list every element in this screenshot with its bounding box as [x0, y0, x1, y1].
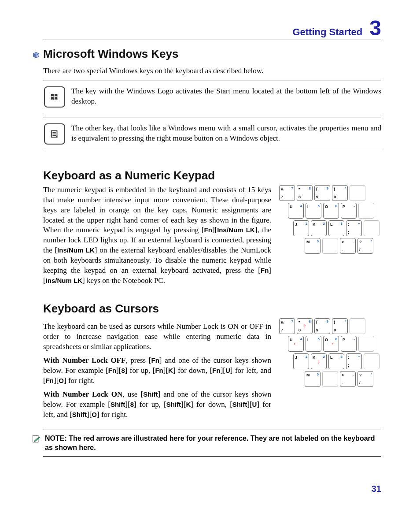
winkey-logo-description: The key with the Windows Logo activates … [71, 86, 381, 107]
key-blank [364, 353, 379, 369]
keypad-row: U4←I5O6→P- [288, 336, 381, 352]
keypad-row: M0>..?// [305, 371, 381, 387]
numpad-block: The numeric keypad is embedded in the ke… [43, 185, 381, 286]
context-menu-key-icon [44, 123, 65, 145]
key: *88↑ [297, 318, 313, 334]
cursors-para1: The keyboard can be used as cursors whil… [43, 322, 271, 352]
key-label: 8 [130, 401, 134, 408]
key: L3 [328, 353, 344, 369]
key-blank [364, 220, 379, 236]
numpad-body: The numeric keypad is embedded in the ke… [43, 185, 271, 286]
key: :;+ [346, 220, 362, 236]
key: ?// [357, 238, 373, 254]
key: K2↓ [311, 353, 327, 369]
key: O6→ [323, 336, 339, 352]
winkey-row-menu: The other key, that looks like a Windows… [43, 118, 381, 150]
heading-text: Keyboard as a Numeric Keypad [43, 169, 215, 182]
cube-icon [32, 47, 41, 63]
sep: ][ [212, 226, 217, 234]
cursors-off: With Number Lock OFF, press [Fn] and one… [43, 356, 271, 386]
key-label: Shift [232, 401, 247, 408]
heading-text: Microsoft Windows Keys [43, 47, 178, 60]
winkeys-intro: There are two special Windows keys on th… [43, 66, 381, 76]
section-heading-winkeys: Microsoft Windows Keys [43, 46, 381, 63]
key-fn: Fn [204, 226, 212, 234]
key: &77 [279, 318, 295, 334]
arrow-icon: ↑ [303, 323, 306, 330]
numpad-figure: &77*88(99)0*U4I5O6P-J1K2L3:;+M0>..?// [279, 185, 381, 256]
keypad-row: M0>..?// [305, 238, 381, 254]
key-blank [350, 318, 365, 334]
key: *88 [297, 185, 313, 201]
key-label: U [225, 367, 230, 374]
key: :;+ [346, 353, 362, 369]
cursors-on: With Number Lock ON, use [Shift] and one… [43, 390, 271, 420]
section-heading-cursors: Keyboard as Cursors [43, 301, 381, 316]
key-blank [322, 238, 338, 254]
key-label: O [92, 411, 97, 418]
key-label: O [59, 377, 64, 384]
key: M0 [305, 238, 321, 254]
key: ?// [357, 371, 373, 387]
key: M0 [305, 371, 321, 387]
key-label: U [252, 401, 257, 408]
key-blank [350, 185, 365, 201]
key: K2 [311, 220, 327, 236]
arrow-icon: ← [292, 340, 299, 347]
keypad-row: U4I5O6P- [288, 203, 381, 219]
key-label: Fn [46, 377, 54, 384]
key-blank [322, 371, 338, 387]
key: (99 [314, 185, 330, 201]
chapter-number: 3 [369, 18, 381, 39]
key-fn: Fn [261, 267, 269, 274]
key: L3 [328, 220, 344, 236]
note-box: NOTE: The red arrows are illustrated her… [43, 430, 381, 457]
key: P- [341, 336, 357, 352]
key-blank [358, 203, 374, 219]
key: >.. [340, 238, 356, 254]
keypad-row: J1K2L3:;+ [293, 220, 381, 236]
cursors-block: The keyboard can be used as cursors whil… [43, 318, 381, 423]
key: )0* [332, 318, 348, 334]
key: I5 [306, 336, 321, 352]
body-4: ] keys on the Notebook PC. [82, 276, 165, 285]
key-label: K [168, 367, 173, 374]
key-label: Fn [151, 357, 159, 364]
key-label: Fn [108, 367, 116, 374]
arrow-icon: → [328, 340, 335, 347]
key-numlk: Ins/Num LK [57, 246, 95, 254]
key: O6 [323, 203, 339, 219]
keypad-row: &77*88(99)0* [279, 185, 381, 201]
key: )0* [332, 185, 348, 201]
arrow-icon: ↓ [317, 358, 321, 365]
key-numlk: Ins/Num LK [217, 226, 255, 234]
note-text: NOTE: The red arrows are illustrated her… [45, 434, 381, 453]
note-icon [32, 435, 41, 443]
heading-text: Keyboard as Cursors [43, 302, 159, 315]
key: (99 [314, 318, 330, 334]
key-numlk: Ins/Num LK [46, 277, 82, 284]
winkey-menu-description: The other key, that looks like a Windows… [71, 123, 381, 144]
key: U4← [288, 336, 304, 352]
key-label: K [186, 401, 191, 408]
key: J1 [293, 353, 309, 369]
key-label: Shift [143, 390, 158, 398]
key-label: Shift [72, 411, 87, 418]
header-title: Getting Started [292, 26, 369, 39]
key: P- [341, 203, 357, 219]
key: &77 [279, 185, 295, 201]
page-number: 31 [43, 483, 381, 495]
page-header: Getting Started 3 [43, 18, 381, 40]
key: U4 [288, 203, 304, 219]
key-label: Fn [155, 367, 163, 374]
keypad-row: J1K2↓L3:;+ [293, 353, 381, 369]
key: >.. [340, 371, 356, 387]
key-label: Shift [111, 401, 125, 408]
key: J1 [293, 220, 309, 236]
numlock-on-lead: With Number Lock ON [43, 390, 122, 398]
key-label: 8 [121, 367, 125, 374]
key: I5 [306, 203, 321, 219]
cursors-text: The keyboard can be used as cursors whil… [43, 318, 271, 423]
cursors-figure: &77*88↑(99)0*U4←I5O6→P-J1K2↓L3:;+M0>..?/… [279, 318, 381, 389]
winkey-row-logo: The key with the Windows Logo activates … [43, 81, 381, 113]
